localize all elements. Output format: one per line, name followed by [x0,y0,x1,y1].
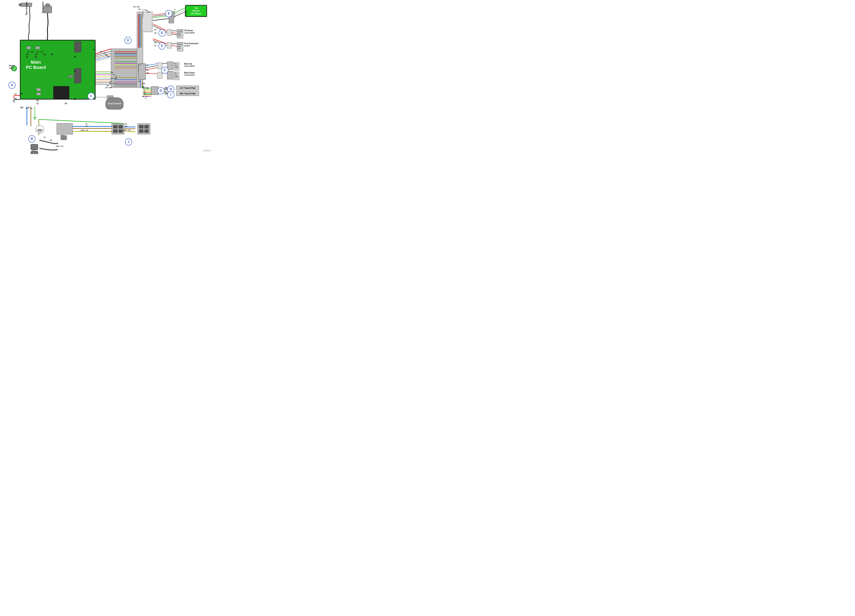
tilt-down-switch-box: COMNCNO [178,30,183,38]
outlet-2-hole-2 [144,125,149,129]
wire-br-j6: BR [104,52,106,54]
fuse-f3 [26,46,31,49]
wire-grn-yel-bot: GRN / YEL [81,129,89,131]
wire-bk-wh-j7: BK / WH [106,87,112,89]
outlet-2-hole-1 [139,125,144,129]
artfull-watermark: ArtFull [203,149,211,152]
fuse-f1 [37,92,41,95]
svg-line-60 [174,10,185,15]
outlet-1-hole-2 [118,125,123,129]
svg-point-141 [45,4,50,7]
circle-label-e-top: E [165,10,172,17]
svg-point-133 [36,126,44,133]
j5-label: J5 [51,53,53,55]
num-3-right2: 3 [174,12,175,14]
circle-label-e-mid: E [158,29,165,37]
wire-bk-yl-j7: BK / YL [109,83,115,84]
num-1-right: 1 [174,16,175,18]
wire-wh-j3: WH [41,51,43,53]
diagram-container: Main PC Board TiltSensorPC Board Foot Co… [0,0,214,154]
foot-control-label: Foot Control [108,102,121,105]
outlet-2 [137,123,150,134]
wire-bk-f: BK [146,64,149,66]
circle-label-b: B [28,135,35,143]
num-5-right: 5 [144,9,145,11]
ic-chip [54,86,69,99]
back-down-label: Back DownLimit Switch [184,72,195,76]
svg-rect-120 [57,123,73,134]
svg-rect-71 [167,42,172,48]
wire-wh-top: WH [145,9,148,11]
wire-rd-g: RD [143,92,146,93]
svg-line-57 [153,18,169,20]
circle-label-j: J [125,138,132,146]
tilt-sensor-label: TiltSensorPC Board [191,7,201,15]
wire-gr-wh-g: GR / WH [142,87,149,89]
svg-line-21 [95,57,112,62]
wire-br-outlet: BR [125,126,127,127]
wire-rd-e-low: RD [154,45,157,47]
svg-rect-139 [19,4,21,6]
svg-line-81 [162,63,167,64]
j4-label: J4 [43,53,46,55]
main-pcb [20,40,95,100]
num-4-right: 4 [174,11,175,12]
svg-rect-121 [61,135,64,140]
svg-rect-106 [165,92,167,94]
num-3-right: 3 [140,64,141,66]
j8-label: J8 [74,98,76,100]
wire-or-j7: OR [107,85,109,87]
fuse-f2 [37,88,41,91]
wire-wh-tilt: WH [185,10,187,12]
circle-label-c: C [87,92,95,100]
tilt-actuator-label: Tilt Actuator [42,2,44,13]
outlet-2-hole-3 [139,129,144,133]
wire-yl-j7: YL [115,75,117,77]
foot-control: Foot Control [106,98,123,109]
wire-gr-wh-j7: GR / WH [111,78,117,80]
circle-label-g: G [157,87,164,94]
wire-bk-j6: BK [100,51,103,52]
wire-grn-yel-outlet: GRN / YEL [123,129,131,131]
wire-br-f: BR [143,83,145,84]
wire-br-j14: BR [30,107,33,109]
wire-rd-j13: RD [15,93,17,95]
outlet-1-hole-1 [113,125,118,129]
svg-line-85 [146,76,157,77]
tilt-sensor-board: TiltSensorPC Board [185,5,207,17]
outlet-1-hole-4 [118,129,123,133]
wire-bl-j14: BL [26,107,28,109]
svg-rect-130 [31,151,38,154]
num-3-top: 3 [142,12,143,14]
num-2-right: 2 [174,14,175,16]
wire-vi-j7: VI [113,74,115,75]
outlet-1-hole-3 [113,129,118,133]
wire-gr-g: GR [143,93,146,95]
svg-rect-80 [157,63,162,69]
tilt-down-label: Tilt DownLimit Switch [184,29,195,34]
svg-rect-122 [64,135,67,140]
wire-bk-j13: BK [15,98,17,99]
wire-br-bot: BR [86,126,88,127]
num-1: 1 [138,70,139,72]
power-light-label: PowerLight [9,65,15,69]
svg-rect-127 [31,144,38,150]
svg-line-19 [95,54,112,58]
num-2-top: 2 [142,14,143,16]
svg-line-125 [124,131,135,132]
foot-ext-switch-box: COMNCNO [178,43,183,52]
num-5-left: 5 [142,9,143,11]
wire-bk-wh-top: BK / WH [133,6,140,8]
fuse-f5 [35,46,40,49]
wire-gr-j7: GR [111,72,113,74]
svg-rect-52 [142,12,152,32]
wire-gr-tilt: GR [185,12,187,14]
f1-label: F1 [37,103,39,105]
svg-rect-105 [165,87,167,90]
svg-line-73 [172,45,177,46]
svg-line-126 [124,131,135,132]
wire-bk-tilt: BK [185,14,187,16]
svg-rect-89 [167,71,173,79]
j6-connector [74,41,81,52]
wire-rd-e-mid: RD [154,32,157,34]
